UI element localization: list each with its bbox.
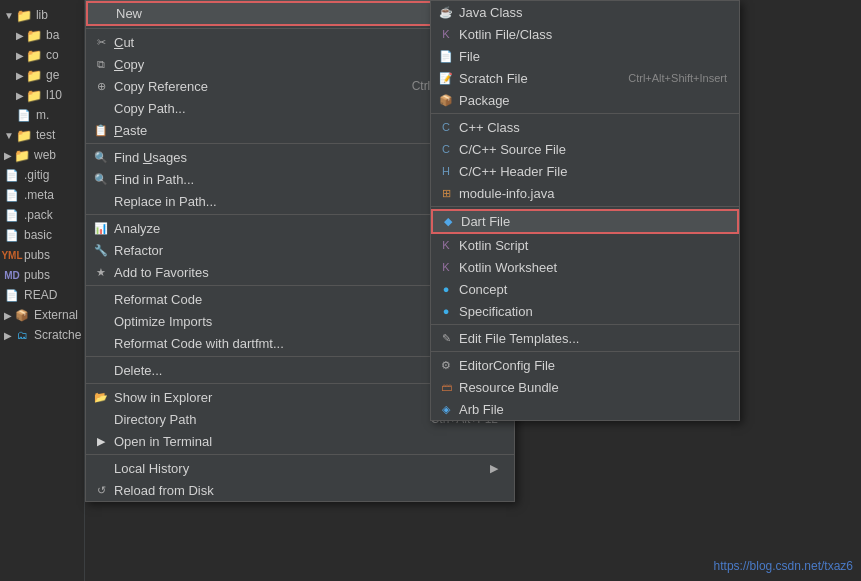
submenu-item-kotlin-script[interactable]: K Kotlin Script — [431, 234, 739, 256]
watermark: https://blog.csdn.net/txaz6 — [714, 559, 853, 573]
menu-item-label: Copy — [114, 57, 144, 72]
concept-icon: ● — [437, 280, 455, 298]
submenu-item-kotlin-file[interactable]: K Kotlin File/Class — [431, 23, 739, 45]
expand-arrow-icon: ▶ — [16, 30, 24, 41]
submenu-item-cpp-class[interactable]: C C++ Class — [431, 116, 739, 138]
dart-file-icon: ◆ — [439, 213, 457, 231]
expand-arrow-icon: ▶ — [4, 330, 12, 341]
reformat-icon — [92, 290, 110, 308]
replace-path-icon — [92, 192, 110, 210]
menu-item-label: Reformat Code — [114, 292, 202, 307]
file-icon: 📄 — [4, 167, 20, 183]
sidebar-item-lib[interactable]: ▼ 📁 lib — [0, 5, 84, 25]
find-path-icon: 🔍 — [92, 170, 110, 188]
submenu-item-label: Kotlin Worksheet — [459, 260, 557, 275]
submenu-item-label: module-info.java — [459, 186, 554, 201]
submenu-item-label: C++ Class — [459, 120, 520, 135]
submenu-item-concept[interactable]: ● Concept — [431, 278, 739, 300]
submenu-item-editorconfig[interactable]: ⚙ EditorConfig File — [431, 354, 739, 376]
submenu-item-java-class[interactable]: ☕ Java Class — [431, 1, 739, 23]
submenu-item-label: Arb File — [459, 402, 504, 417]
submenu-item-file[interactable]: 📄 File — [431, 45, 739, 67]
external-icon: 📦 — [14, 307, 30, 323]
copy-icon: ⧉ — [92, 55, 110, 73]
sidebar-item-web[interactable]: ▶ 📁 web — [0, 145, 84, 165]
paste-icon: 📋 — [92, 121, 110, 139]
menu-item-label: Analyze — [114, 221, 160, 236]
sidebar-item-ba[interactable]: ▶ 📁 ba — [0, 25, 84, 45]
submenu-item-label: Resource Bundle — [459, 380, 559, 395]
submenu-item-edit-templates[interactable]: ✎ Edit File Templates... — [431, 327, 739, 349]
sidebar-item-test[interactable]: ▼ 📁 test — [0, 125, 84, 145]
submenu-item-dart-file[interactable]: ◆ Dart File — [431, 209, 739, 234]
sidebar-item-pubs1[interactable]: YML pubs — [0, 245, 84, 265]
sidebar-item-pack[interactable]: 📄 .pack — [0, 205, 84, 225]
history-icon — [92, 459, 110, 477]
sidebar-item-basic[interactable]: 📄 basic — [0, 225, 84, 245]
sidebar-item-label: pubs — [24, 248, 50, 262]
menu-item-label: Copy Reference — [114, 79, 208, 94]
expand-arrow-icon: ▶ — [16, 50, 24, 61]
sidebar-item-gitig[interactable]: 📄 .gitig — [0, 165, 84, 185]
sidebar-item-pubs2[interactable]: MD pubs — [0, 265, 84, 285]
arb-file-icon: ◈ — [437, 400, 455, 418]
submenu-item-label: Specification — [459, 304, 533, 319]
submenu-separator-3 — [431, 324, 739, 325]
sidebar-item-ge[interactable]: ▶ 📁 ge — [0, 65, 84, 85]
submenu-item-module-info[interactable]: ⊞ module-info.java — [431, 182, 739, 204]
watermark-text: https://blog.csdn.net/txaz6 — [714, 559, 853, 573]
md-icon: MD — [4, 267, 20, 283]
submenu-item-cpp-header[interactable]: H C/C++ Header File — [431, 160, 739, 182]
sidebar-item-label: test — [36, 128, 55, 142]
menu-item-label: Show in Explorer — [114, 390, 212, 405]
show-explorer-icon: 📂 — [92, 388, 110, 406]
sidebar-item-label: web — [34, 148, 56, 162]
submenu-item-label: Package — [459, 93, 510, 108]
submenu-item-scratch[interactable]: 📝 Scratch File Ctrl+Alt+Shift+Insert — [431, 67, 739, 89]
kotlin-script-icon: K — [437, 236, 455, 254]
package-icon: 📦 — [437, 91, 455, 109]
submenu-item-specification[interactable]: ● Specification — [431, 300, 739, 322]
submenu-item-package[interactable]: 📦 Package — [431, 89, 739, 111]
file-icon: 📄 — [4, 287, 20, 303]
folder-icon: 📁 — [14, 147, 30, 163]
dir-path-icon — [92, 410, 110, 428]
edit-templates-icon: ✎ — [437, 329, 455, 347]
folder-icon: 📁 — [26, 27, 42, 43]
sidebar-item-label: pubs — [24, 268, 50, 282]
sidebar-item-label: l10 — [46, 88, 62, 102]
sidebar-item-label: lib — [36, 8, 48, 22]
sidebar-item-meta[interactable]: 📄 .meta — [0, 185, 84, 205]
kotlin-worksheet-icon: K — [437, 258, 455, 276]
submenu-item-cpp-source[interactable]: C C/C++ Source File — [431, 138, 739, 160]
submenu-new: ☕ Java Class K Kotlin File/Class 📄 File … — [430, 0, 740, 421]
sidebar-item-label: ge — [46, 68, 59, 82]
editorconfig-icon: ⚙ — [437, 356, 455, 374]
sidebar-item-m[interactable]: 📄 m. — [0, 105, 84, 125]
menu-item-label: Reformat Code with dartfmt... — [114, 336, 284, 351]
folder-icon: 📁 — [16, 7, 32, 23]
optimize-icon — [92, 312, 110, 330]
kotlin-file-icon: K — [437, 25, 455, 43]
sidebar-item-co[interactable]: ▶ 📁 co — [0, 45, 84, 65]
sidebar-item-l10[interactable]: ▶ 📁 l10 — [0, 85, 84, 105]
submenu-item-resource-bundle[interactable]: 🗃 Resource Bundle — [431, 376, 739, 398]
add-favorites-icon: ★ — [92, 263, 110, 281]
cpp-class-icon: C — [437, 118, 455, 136]
cut-icon: ✂ — [92, 33, 110, 51]
reload-icon: ↺ — [92, 481, 110, 499]
file-icon: 📄 — [4, 227, 20, 243]
menu-item-reload[interactable]: ↺ Reload from Disk — [86, 479, 514, 501]
menu-item-label: Local History — [114, 461, 189, 476]
sidebar-item-scratche[interactable]: ▶ 🗂 Scratche — [0, 325, 84, 345]
submenu-item-arb-file[interactable]: ◈ Arb File — [431, 398, 739, 420]
submenu-item-label: Concept — [459, 282, 507, 297]
sidebar-item-external[interactable]: ▶ 📦 External — [0, 305, 84, 325]
sidebar-item-label: m. — [36, 108, 49, 122]
menu-item-local-history[interactable]: Local History ▶ — [86, 457, 514, 479]
menu-item-open-terminal[interactable]: ▶ Open in Terminal — [86, 430, 514, 452]
copy-path-icon — [92, 99, 110, 117]
submenu-item-label: Edit File Templates... — [459, 331, 579, 346]
sidebar-item-read[interactable]: 📄 READ — [0, 285, 84, 305]
submenu-item-kotlin-worksheet[interactable]: K Kotlin Worksheet — [431, 256, 739, 278]
